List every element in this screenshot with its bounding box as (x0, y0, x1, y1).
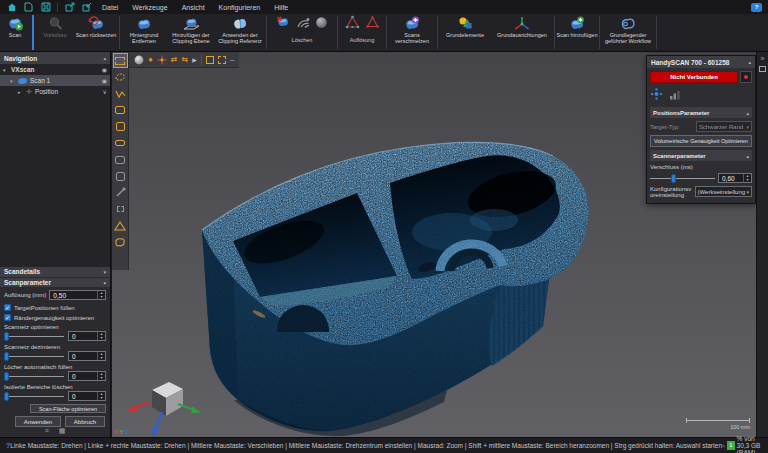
resolution-spinbox[interactable]: 0,50 ▴▾ (49, 290, 106, 300)
zoom-selection-icon[interactable] (218, 56, 226, 64)
menu-ansicht[interactable]: Ansicht (178, 4, 209, 11)
menu-konfigurieren[interactable]: Konfigurieren (215, 4, 265, 11)
config-preset-select[interactable]: (Werkseinstellung ▾ (695, 186, 752, 197)
tree-item-scan1[interactable]: ▾ Scan 1 ◉ (0, 75, 110, 86)
expander-icon[interactable]: ▸ (18, 89, 23, 95)
clipping-ebene-button[interactable]: Hinzufügen der Clipping Ebene (167, 14, 215, 51)
volumetric-accuracy-button[interactable]: Volumetrische Genauigkeit Optimieren (650, 135, 752, 147)
scan-ruecksetzen-button[interactable]: Scan rücksetzen (74, 14, 118, 51)
optimize-mesh-slider[interactable] (4, 332, 64, 341)
selection-mode-add[interactable] (114, 120, 127, 133)
selection-mode-replace[interactable] (114, 104, 127, 117)
play-view-icon[interactable]: ▶ (192, 56, 197, 64)
clipping-referenz-button[interactable]: Anwenden der Clipping Referenz (215, 14, 265, 51)
new-document-icon[interactable] (23, 2, 34, 13)
slider-handle[interactable] (4, 332, 9, 341)
visibility-closed-eye-icon[interactable]: ∨ (103, 88, 107, 95)
spinner-arrows-icon[interactable]: ▴▾ (97, 352, 105, 360)
spinner-arrows-icon[interactable]: ▴▾ (97, 372, 105, 380)
scannerparameter-header[interactable]: Scannerparameter ▴ (650, 150, 752, 161)
delete-sphere-icon[interactable] (315, 15, 328, 33)
vorschau-button[interactable]: Vorschau (36, 14, 74, 51)
orientation-gizmo[interactable] (127, 382, 201, 437)
delete-lasso-icon[interactable] (296, 15, 310, 33)
optimize-mesh-spinbox[interactable]: 0▴▾ (68, 331, 106, 341)
scanner-panel-header[interactable]: HandySCAN 700 - 601258 ▴ (647, 56, 755, 68)
spinner-arrows-icon[interactable]: ▴▾ (97, 392, 105, 400)
collapse-toolbar-icon[interactable]: – (230, 56, 234, 64)
workflow-button[interactable]: Grundlegender geführter Workflow (601, 14, 655, 51)
menu-werkzeuge[interactable]: Werkzeuge (128, 4, 171, 11)
visibility-eye-icon[interactable]: ◉ (102, 66, 107, 73)
float-panel-icon[interactable] (759, 66, 766, 72)
expander-icon[interactable]: ▾ (10, 78, 15, 84)
menu-datei[interactable]: Datei (98, 4, 122, 11)
grundausrichtungen-button[interactable]: Grundausrichtungen (491, 14, 553, 51)
delete-isolated-spinbox[interactable]: 0▴▾ (68, 391, 106, 401)
expander-icon[interactable]: ▾ (3, 67, 8, 73)
targets-view-icon[interactable]: ● (148, 56, 153, 64)
center-rotation-icon[interactable] (157, 55, 167, 65)
small-selection-tool[interactable] (114, 203, 127, 216)
hintergrund-entfernen-button[interactable]: Hintergrund Entfernen (121, 14, 167, 51)
resolution-increase-icon[interactable] (345, 15, 360, 33)
scan-button[interactable]: Scan (0, 14, 30, 51)
navigation-header[interactable]: Navigation ▴ (0, 52, 110, 64)
flip-vertical-icon[interactable]: ⇆ (182, 56, 189, 64)
shutter-spinbox[interactable]: 0,60 ▴▾ (718, 173, 752, 183)
scandetails-header[interactable]: Scandetails ▾ (0, 267, 110, 277)
home-icon[interactable] (6, 2, 17, 13)
optimize-surface-button[interactable]: Scan-Fläche optimieren (30, 404, 106, 413)
list-view-icon[interactable]: ≡ (45, 427, 49, 435)
delete-selection-icon[interactable] (276, 15, 291, 33)
zoom-frame-icon[interactable] (206, 56, 214, 64)
grundelemente-button[interactable]: Grundelemente (439, 14, 491, 51)
slider-handle[interactable] (4, 392, 9, 401)
flip-horizontal-icon[interactable]: ⇄ (171, 56, 178, 64)
selection-mode-visible[interactable] (114, 153, 127, 166)
abbruch-button[interactable]: Abbruch (65, 416, 105, 427)
decimate-mesh-spinbox[interactable]: 0▴▾ (68, 351, 106, 361)
triangle-selection-tool[interactable] (114, 219, 127, 232)
spinner-arrows-icon[interactable]: ▴▾ (743, 174, 751, 182)
scanner-position-icon[interactable] (650, 86, 663, 104)
tree-item-position[interactable]: ▸ ✛ Position ∨ (0, 86, 110, 97)
selection-mode-subtract[interactable] (114, 137, 127, 150)
slider-handle[interactable] (4, 372, 9, 381)
grid-view-icon[interactable]: ▦ (59, 427, 66, 435)
brush-selection-tool[interactable] (114, 186, 127, 199)
checkbox-checked-icon[interactable]: ✓ (4, 314, 11, 321)
resolution-decrease-icon[interactable] (365, 15, 380, 33)
help-bubble-icon[interactable]: ? (751, 3, 762, 12)
shaded-view-icon[interactable] (134, 55, 144, 65)
scanparameter-header[interactable]: Scanparameter ▴ (0, 278, 110, 288)
shutter-slider[interactable] (650, 174, 715, 183)
checkbox-checked-icon[interactable]: ✓ (4, 304, 11, 311)
connection-status-button[interactable]: Nicht Verbunden (650, 71, 738, 83)
slider-handle[interactable] (671, 174, 676, 183)
rectangle-selection-tool[interactable] (114, 54, 127, 67)
selection-mode-through[interactable] (114, 170, 127, 183)
menu-hilfe[interactable]: Hilfe (270, 4, 292, 11)
anwenden-button[interactable]: Anwenden (15, 416, 61, 427)
checkbox-row-targets[interactable]: ✓ TargetPositionen füllen (4, 304, 106, 311)
visibility-eye-icon[interactable]: ◉ (102, 77, 107, 84)
expand-panel-icon[interactable]: » (761, 55, 765, 62)
positionsparameter-header[interactable]: PositionsParameter ▴ (650, 107, 752, 118)
slider-handle[interactable] (4, 352, 9, 361)
lasso-selection-tool[interactable] (114, 71, 127, 84)
fill-holes-slider[interactable] (4, 372, 64, 381)
tree-item-vxscan[interactable]: ▾ VXscan ◉ (0, 64, 110, 75)
save-icon[interactable] (40, 2, 51, 13)
scan-hinzufuegen-button[interactable]: Scan hinzufügen (556, 14, 598, 51)
checkbox-row-edge-accuracy[interactable]: ✓ Rändergenauigkeit optimieren (4, 314, 106, 321)
spinner-arrows-icon[interactable]: ▴▾ (97, 291, 105, 299)
export-session-icon[interactable] (81, 2, 92, 13)
scans-verschmelzen-button[interactable]: Scans verschmelzen (388, 14, 436, 51)
fill-holes-spinbox[interactable]: 0▴▾ (68, 371, 106, 381)
target-typ-select[interactable]: Schwarzer Rand ▾ (696, 121, 752, 132)
import-session-icon[interactable] (64, 2, 75, 13)
freeform-selection-tool[interactable] (114, 236, 127, 249)
delete-isolated-slider[interactable] (4, 392, 64, 401)
spinner-arrows-icon[interactable]: ▴▾ (97, 332, 105, 340)
